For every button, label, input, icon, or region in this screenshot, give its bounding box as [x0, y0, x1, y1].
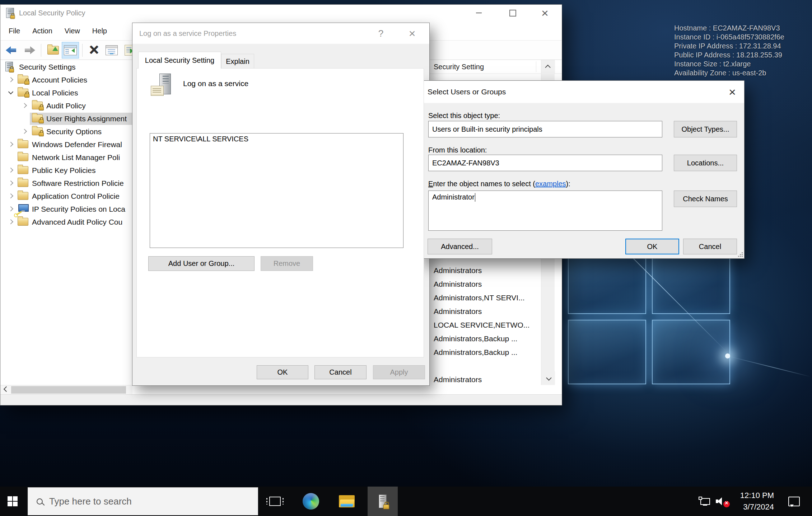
taskbar-search[interactable]	[28, 487, 258, 515]
tree-item-user-rights-assignment[interactable]: User Rights Assignment	[0, 112, 132, 125]
object-names-textarea[interactable]: Administrator	[428, 191, 662, 231]
close-button[interactable]: ×	[403, 23, 421, 44]
chevron-right-icon[interactable]	[8, 206, 13, 211]
help-button[interactable]: ?	[372, 23, 390, 44]
label-text: nter the object names to select (	[433, 180, 535, 188]
chevron-right-icon[interactable]	[22, 103, 27, 108]
tab-explain[interactable]: Explain	[221, 54, 254, 69]
list-row[interactable]: Administrators	[434, 305, 538, 318]
close-button[interactable]	[533, 5, 556, 21]
cancel-button[interactable]: Cancel	[314, 365, 367, 379]
horizontal-scrollbar[interactable]	[0, 385, 132, 394]
ok-button[interactable]: OK	[257, 365, 308, 379]
menu-item-help[interactable]: Help	[86, 21, 113, 41]
chevron-down-icon[interactable]	[8, 89, 13, 94]
toolbar-up-one-level-button[interactable]	[45, 42, 62, 58]
tab-local-security-setting[interactable]: Local Security Setting	[138, 52, 221, 69]
cancel-button[interactable]: Cancel	[683, 239, 737, 254]
column-separator[interactable]	[536, 61, 536, 72]
task-view-button[interactable]	[260, 487, 290, 516]
list-row[interactable]: Administrators	[434, 373, 538, 385]
network-tray-icon[interactable]	[699, 487, 710, 516]
examples-link[interactable]: examples	[535, 180, 566, 188]
search-input[interactable]	[49, 496, 236, 507]
locations-button[interactable]: Locations...	[674, 155, 737, 171]
column-header-security-setting[interactable]: Security Setting	[434, 60, 484, 74]
remove-button[interactable]: Remove	[261, 256, 313, 271]
chevron-right-icon[interactable]	[8, 142, 13, 147]
title-bar[interactable]: Local Security Policy	[0, 5, 562, 21]
tree-item-public-key-policies[interactable]: Public Key Policies	[0, 164, 132, 177]
taskbar-item-edge[interactable]	[296, 487, 326, 516]
scroll-left-button[interactable]	[0, 385, 10, 394]
folder-icon	[18, 166, 28, 174]
list-row[interactable]	[434, 359, 538, 373]
menu-item-file[interactable]: File	[3, 21, 26, 41]
object-types-button[interactable]: Object Types...	[674, 121, 737, 137]
advanced-button[interactable]: Advanced...	[428, 239, 492, 254]
dialog-title-bar[interactable]: Select Users or Groups ×	[419, 81, 744, 103]
folder-lock-icon	[32, 114, 43, 122]
toolbar-separator	[82, 44, 83, 57]
object-type-field[interactable]: Users or Built-in security principals	[428, 121, 662, 137]
file-explorer-icon	[339, 495, 355, 507]
tree-item-application-control-policie[interactable]: Application Control Policie	[0, 190, 132, 203]
chevron-right-icon[interactable]	[8, 168, 13, 173]
key-icon	[16, 211, 22, 216]
members-listbox[interactable]: NT SERVICE\ALL SERVICES	[150, 133, 403, 248]
tree-item-ip-security-policies-on-loca[interactable]: IP Security Policies on Loca	[0, 203, 132, 216]
dialog-title-bar[interactable]: Log on as a service Properties ? ×	[132, 23, 429, 44]
tree-item-audit-policy[interactable]: Audit Policy	[0, 99, 132, 112]
check-names-button[interactable]: Check Names	[674, 191, 737, 207]
list-row[interactable]: LOCAL SERVICE,NETWO...	[434, 318, 538, 332]
tree-item-windows-defender-firewal[interactable]: Windows Defender Firewal	[0, 138, 132, 151]
toolbar-back-button[interactable]	[3, 42, 20, 58]
menu-item-view[interactable]: View	[59, 21, 86, 41]
menu-item-action[interactable]: Action	[26, 21, 59, 41]
add-user-or-group-button[interactable]: Add User or Group...	[148, 256, 255, 271]
folder-icon	[18, 218, 28, 226]
tree-item-local-policies[interactable]: Local Policies	[0, 86, 132, 99]
tree-item-network-list-manager-poli[interactable]: Network List Manager Poli	[0, 151, 132, 164]
dialog-title: Log on as a service Properties	[139, 23, 236, 44]
minimize-button[interactable]	[467, 5, 490, 21]
chevron-right-icon[interactable]	[8, 77, 13, 82]
toolbar-delete-button[interactable]	[86, 42, 103, 58]
start-button[interactable]	[0, 487, 25, 516]
scrollbar-thumb[interactable]	[11, 386, 126, 394]
list-row[interactable]: Administrators	[434, 264, 538, 277]
taskbar-item-local-security-policy[interactable]	[368, 487, 398, 516]
chevron-right-icon[interactable]	[8, 219, 13, 224]
tree-item-security-settings[interactable]: Security Settings	[0, 61, 132, 74]
scroll-down-button[interactable]	[541, 371, 555, 385]
action-center-button[interactable]	[788, 487, 800, 516]
tree-item-security-options[interactable]: Security Options	[0, 125, 132, 138]
toolbar-forward-button[interactable]	[20, 42, 38, 58]
chevron-right-icon[interactable]	[22, 129, 27, 134]
resize-grip[interactable]	[738, 252, 743, 257]
ok-button[interactable]: OK	[625, 239, 679, 254]
chevron-right-icon[interactable]	[8, 193, 13, 198]
taskbar-item-file-explorer[interactable]	[332, 487, 362, 516]
tree-item-advanced-audit-policy-cou[interactable]: Advanced Audit Policy Cou	[0, 216, 132, 229]
close-button[interactable]: ×	[722, 81, 742, 103]
tree-item-software-restriction-policie[interactable]: Software Restriction Policie	[0, 177, 132, 190]
member-item[interactable]: NT SERVICE\ALL SERVICES	[150, 133, 403, 145]
list-row[interactable]: Administrators	[434, 277, 538, 291]
apply-button[interactable]: Apply	[373, 365, 425, 379]
folder-lock-icon	[18, 89, 28, 97]
list-row[interactable]: Administrators,Backup ...	[434, 332, 538, 346]
scroll-up-button[interactable]	[541, 60, 555, 74]
volume-tray-icon[interactable]	[716, 487, 729, 516]
tree-item-label: Account Policies	[32, 74, 87, 86]
toolbar-show-console-tree-button[interactable]	[62, 42, 79, 58]
maximize-button[interactable]	[501, 5, 524, 21]
console-tree-pane[interactable]: Security SettingsAccount PoliciesLocal P…	[0, 60, 132, 385]
from-location-field[interactable]: EC2AMAZ-FAN98V3	[428, 155, 662, 171]
taskbar-clock[interactable]: 12:10 PM 3/7/2024	[731, 487, 774, 516]
chevron-right-icon[interactable]	[8, 180, 13, 186]
tree-item-account-policies[interactable]: Account Policies	[0, 74, 132, 86]
list-row[interactable]: Administrators,Backup ...	[434, 346, 538, 359]
toolbar-properties-button[interactable]	[103, 42, 120, 58]
list-row[interactable]: Administrators,NT SERVI...	[434, 291, 538, 305]
